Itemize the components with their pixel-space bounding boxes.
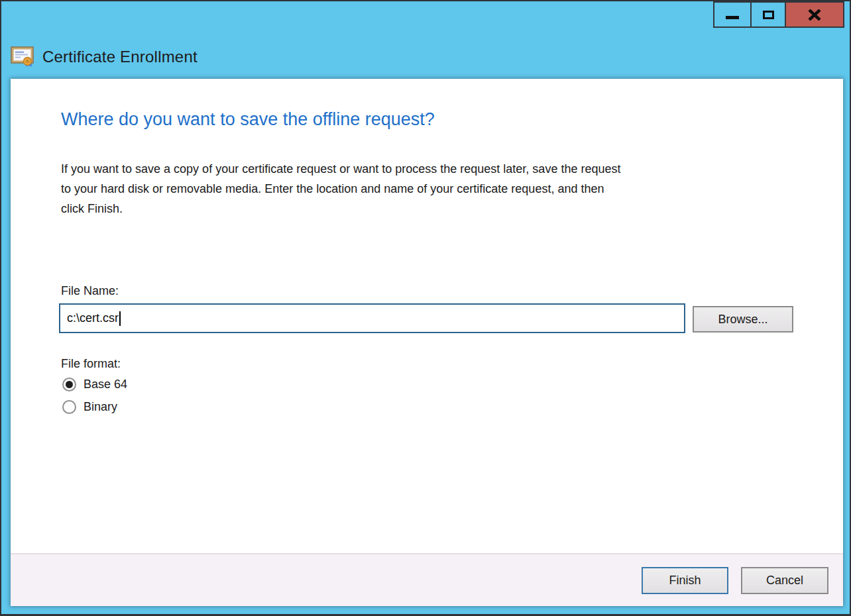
window-controls — [714, 1, 844, 28]
cancel-button-label: Cancel — [766, 574, 803, 588]
finish-button[interactable]: Finish — [642, 567, 728, 594]
browse-button[interactable]: Browse... — [693, 306, 793, 333]
file-name-value: c:\cert.csr — [67, 311, 119, 325]
browse-button-label: Browse... — [718, 313, 767, 327]
instruction-line: If you want to save a copy of your certi… — [61, 159, 620, 179]
minimize-icon — [726, 16, 739, 19]
titlebar: Certificate Enrollment — [11, 46, 198, 68]
certificate-enrollment-window: Certificate Enrollment Where do you want… — [0, 0, 851, 616]
radio-button-unselected[interactable] — [62, 400, 76, 414]
finish-button-label: Finish — [669, 574, 701, 588]
wizard-footer: Finish Cancel — [11, 553, 843, 606]
radio-label-binary: Binary — [84, 400, 117, 414]
maximize-button[interactable] — [750, 1, 786, 28]
minimize-button[interactable] — [713, 1, 752, 28]
text-caret — [119, 311, 121, 326]
file-name-input[interactable]: c:\cert.csr — [59, 303, 685, 333]
instruction-line: to your hard disk or removable media. En… — [61, 179, 620, 199]
file-name-label: File Name: — [61, 284, 119, 298]
radio-option-binary[interactable]: Binary — [62, 400, 117, 414]
radio-option-base64[interactable]: Base 64 — [62, 378, 127, 391]
maximize-icon — [763, 11, 774, 19]
wizard-panel: Where do you want to save the offline re… — [11, 79, 843, 606]
radio-label-base64: Base 64 — [84, 378, 127, 391]
wizard-page: Where do you want to save the offline re… — [11, 79, 843, 553]
window-title: Certificate Enrollment — [42, 48, 198, 66]
radio-button-selected[interactable] — [62, 378, 76, 391]
cancel-button[interactable]: Cancel — [741, 567, 828, 594]
certificate-icon — [11, 46, 34, 68]
instruction-line: click Finish. — [61, 199, 620, 219]
file-format-label: File format: — [61, 357, 121, 371]
close-icon — [808, 9, 821, 21]
close-button[interactable] — [785, 1, 844, 28]
page-title: Where do you want to save the offline re… — [61, 109, 435, 130]
instruction-text: If you want to save a copy of your certi… — [61, 159, 620, 219]
radio-dot — [66, 381, 73, 388]
